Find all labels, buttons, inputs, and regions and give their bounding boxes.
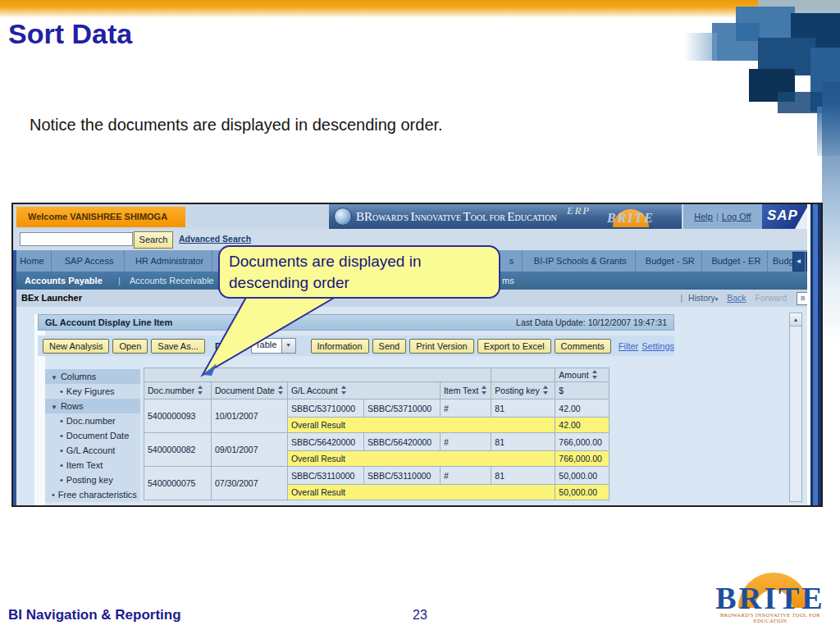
history-nav: | History▾ Back Forward (677, 290, 787, 308)
comments-button[interactable]: Comments (555, 339, 611, 354)
cell-doc-number: 5400000082 (144, 433, 212, 467)
sort-icon[interactable] (543, 386, 549, 395)
overall-result-label: Overall Result (287, 485, 555, 500)
sidebar-item-gl-account[interactable]: •G/L Account (45, 443, 140, 458)
subtab-accounts-receivable[interactable]: Accounts Receivable (130, 272, 214, 290)
cell-doc-number: 5400000093 (144, 399, 212, 433)
bex-launcher-title: BEx Launcher (21, 290, 82, 306)
body-text: Notice the documents are displayed in de… (30, 116, 443, 135)
branding-text: BRoward's Innovative Tool for Education (356, 210, 557, 224)
cell-amount: 766,000.00 (555, 433, 609, 451)
tab-budget-sr[interactable]: Budget - SR (638, 250, 702, 272)
export-to-excel-button[interactable]: Export to Excel (477, 339, 551, 354)
sidebar-item-doc-number[interactable]: •Doc.number (45, 413, 140, 428)
table-row: 5400000093 10/01/2007 SBBC/53710000 SBBC… (144, 399, 609, 418)
brite-mini-logo: BRITE (593, 208, 669, 227)
scroll-up-icon[interactable]: ▲ (790, 313, 801, 326)
welcome-banner: Welcome VANISHREE SHIMOGA (16, 207, 185, 227)
tab-budget-er[interactable]: Budget - ER (705, 250, 768, 272)
sort-icon[interactable] (341, 386, 347, 395)
app-right-stripe (807, 204, 821, 505)
erp-label: ERP (567, 204, 590, 217)
sidebar-section-rows[interactable]: ▼Rows (45, 399, 140, 413)
sidebar-item-key-figures[interactable]: •Key Figures (45, 384, 140, 399)
report-panel-bar: GL Account Display Line Item Last Data U… (38, 314, 674, 331)
subtab-fragment: ms (502, 272, 514, 290)
report-title: GL Account Display Line Item (45, 315, 172, 330)
help-links: Help | Log Off (683, 204, 762, 229)
new-analysis-button[interactable]: New Analysis (43, 339, 109, 354)
col-header-unit: $ (555, 382, 609, 399)
left-edge-stripe (13, 250, 16, 505)
report-toolbar: New Analysis Open Save As... Display Tab… (38, 336, 674, 356)
sidebar-section-columns[interactable]: ▼Columns (45, 369, 140, 384)
cell-item-text: # (440, 399, 491, 418)
results-table: Amount Doc.number Document Date G/L Acco… (144, 368, 609, 500)
tab-home[interactable]: Home (13, 250, 52, 272)
settings-link[interactable]: Settings (641, 341, 674, 351)
col-header-amount[interactable]: Amount (555, 368, 609, 382)
col-header-item-text[interactable]: Item Text (440, 382, 491, 399)
history-link[interactable]: History (688, 293, 715, 303)
vertical-scrollbar[interactable]: ▲ (789, 313, 802, 502)
sort-icon[interactable] (592, 370, 598, 379)
sap-logo: SAP (762, 204, 809, 229)
cell-gl-account: SBBC/53110000 (287, 467, 363, 485)
callout-tail (187, 291, 351, 386)
subtab-accounts-payable[interactable]: Accounts Payable (25, 272, 103, 290)
cell-posting-key: 81 (491, 467, 555, 485)
sidebar-item-free-characteristics[interactable]: •Free characteristics (45, 487, 140, 502)
search-input[interactable] (20, 232, 133, 246)
cell-document-date: 10/01/2007 (212, 399, 288, 433)
cell-gl-account: SBBC/56420000 (287, 433, 363, 451)
search-button[interactable]: Search (134, 231, 173, 249)
overall-result-amount: 42.00 (555, 418, 609, 433)
logoff-link[interactable]: Log Off (722, 212, 751, 221)
tab-hr-administrator[interactable]: HR Administrator (127, 250, 212, 272)
sidebar-item-item-text[interactable]: •Item Text (45, 458, 140, 472)
cell-document-date: 09/01/2007 (212, 433, 288, 467)
corner-mosaic-decoration (684, 0, 840, 172)
cell-doc-number: 5400000075 (144, 467, 212, 500)
sort-icon[interactable] (198, 386, 203, 395)
cell-document-date: 07/30/2007 (212, 467, 288, 500)
top-orange-bar (0, 0, 840, 18)
cell-gl-account-text: SBBC/53110000 (363, 467, 440, 485)
cell-amount: 42.00 (555, 399, 609, 418)
page-title: Sort Data (8, 18, 132, 50)
table-row: 5400000075 07/30/2007 SBBC/53110000 SBBC… (144, 467, 609, 485)
nav-panel: ▼Columns •Key Figures ▼Rows •Doc.number … (45, 369, 140, 502)
open-button[interactable]: Open (112, 339, 148, 354)
sidebar-item-document-date[interactable]: •Document Date (45, 428, 140, 443)
forward-link: Forward (755, 293, 787, 303)
cell-item-text: # (440, 467, 491, 485)
sidebar-item-posting-key[interactable]: •Posting key (45, 472, 140, 487)
sort-icon[interactable] (482, 386, 487, 395)
cell-posting-key: 81 (491, 433, 555, 451)
tab-sap-access[interactable]: SAP Access (54, 250, 125, 272)
help-link[interactable]: Help (694, 212, 713, 221)
app-header-row: Welcome VANISHREE SHIMOGA BRoward's Inno… (13, 204, 821, 229)
advanced-search-link[interactable]: Advanced Search (179, 234, 251, 244)
cell-gl-account-text: SBBC/56420000 (363, 433, 440, 451)
sort-icon[interactable] (278, 386, 284, 395)
cell-posting-key: 81 (491, 399, 555, 418)
send-button[interactable]: Send (372, 339, 407, 354)
col-header-posting-key[interactable]: Posting key (491, 382, 555, 399)
cell-item-text: # (440, 433, 491, 451)
print-version-button[interactable]: Print Version (409, 339, 473, 354)
overall-result-amount: 766,000.00 (555, 451, 609, 467)
cell-gl-account-text: SBBC/53710000 (363, 399, 440, 418)
slide: Sort Data Notice the documents are displ… (0, 0, 840, 630)
tab-scroll-left-icon[interactable]: ◄ (792, 252, 805, 272)
overall-result-amount: 50,000.00 (555, 485, 609, 500)
back-link[interactable]: Back (727, 293, 746, 303)
filter-link[interactable]: Filter (619, 341, 638, 351)
right-blue-band (822, 82, 840, 345)
overall-result-label: Overall Result (287, 451, 555, 467)
globe-icon (334, 208, 352, 226)
tab-biip-schools-grants[interactable]: BI-IP Schools & Grants (525, 250, 636, 272)
cell-gl-account: SBBC/53710000 (287, 399, 363, 418)
branding-bar: BRoward's Innovative Tool for Education … (329, 204, 682, 229)
table-row: 5400000082 09/01/2007 SBBC/56420000 SBBC… (144, 433, 609, 451)
